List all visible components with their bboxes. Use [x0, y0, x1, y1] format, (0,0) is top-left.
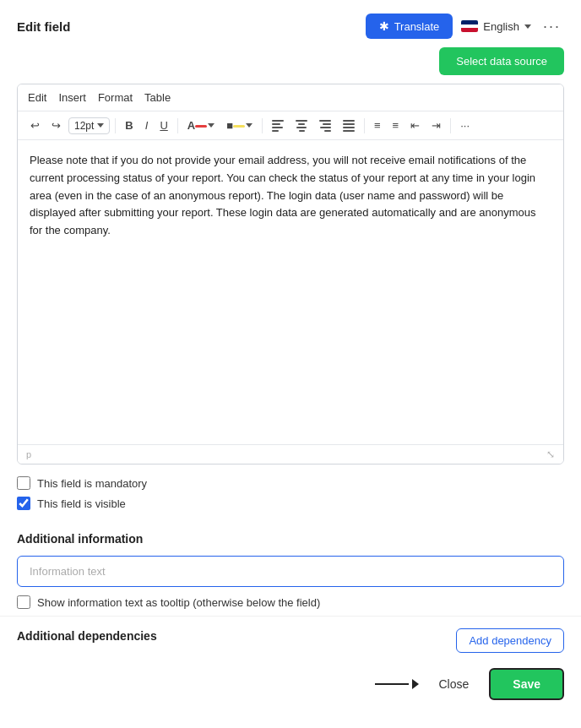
editor-footer: p ⤡	[18, 444, 563, 464]
indent-right-button[interactable]: ⇥	[427, 117, 445, 134]
tooltip-row: Show information text as tooltip (otherw…	[17, 595, 564, 609]
align-justify-button[interactable]	[339, 117, 359, 134]
bold-button[interactable]: B	[121, 117, 137, 134]
tooltip-label: Show information text as tooltip (otherw…	[37, 596, 320, 609]
mandatory-label: This field is mandatory	[37, 477, 147, 490]
translate-label: Translate	[394, 20, 440, 33]
undo-button[interactable]: ↩	[26, 117, 44, 134]
more-options-icon[interactable]: ···	[540, 16, 564, 37]
language-label: English	[483, 20, 519, 33]
mandatory-row: This field is mandatory	[17, 476, 564, 490]
font-color-button[interactable]: A	[183, 117, 219, 134]
language-selector[interactable]: English	[461, 20, 531, 33]
highlight-indicator	[233, 125, 245, 128]
chevron-down-icon	[524, 24, 531, 29]
add-dependency-button[interactable]: Add dependency	[456, 628, 564, 653]
editor-container: Edit Insert Format Table ↩ ↪ 12pt B I U …	[17, 84, 564, 465]
additional-info-title: Additional information	[17, 532, 564, 546]
visible-checkbox[interactable]	[17, 497, 30, 510]
more-toolbar-button[interactable]: ···	[456, 117, 474, 134]
additional-info-section: Additional information Show information …	[0, 522, 581, 609]
checkboxes-section: This field is mandatory This field is vi…	[0, 465, 581, 522]
align-right-button[interactable]	[315, 117, 335, 134]
ordered-list-button[interactable]: ≡	[388, 117, 404, 134]
header: Edit field ✱ Translate English ···	[0, 0, 581, 47]
mandatory-checkbox[interactable]	[17, 476, 30, 490]
visible-label: This field is visible	[37, 497, 126, 510]
underline-button[interactable]: U	[155, 117, 171, 134]
menu-insert[interactable]: Insert	[58, 91, 86, 104]
font-size-chevron-icon	[97, 123, 104, 128]
divider-5	[450, 118, 451, 133]
bullet-list-button[interactable]: ≡	[370, 117, 385, 134]
align-right-icon	[319, 120, 331, 132]
font-color-indicator	[195, 125, 207, 128]
arrow-indicator	[375, 679, 419, 689]
additional-deps-title: Additional dependencies	[17, 629, 157, 643]
additional-deps-section: Additional dependencies Add dependency	[0, 616, 581, 653]
highlight-button[interactable]: ■	[222, 117, 257, 134]
editor-text: Please note that if you do not provide y…	[30, 152, 551, 240]
arrow-line	[375, 683, 409, 685]
page-title: Edit field	[17, 19, 70, 34]
italic-button[interactable]: I	[141, 117, 153, 134]
editor-tag: p	[26, 449, 31, 459]
information-text-input[interactable]	[17, 556, 564, 587]
editor-menubar: Edit Insert Format Table	[18, 84, 563, 111]
header-actions: ✱ Translate English ···	[366, 14, 564, 39]
save-button[interactable]: Save	[489, 668, 564, 700]
font-color-chevron-icon	[208, 123, 214, 128]
editor-toolbar: ↩ ↪ 12pt B I U A ■	[18, 111, 563, 140]
close-button[interactable]: Close	[431, 671, 478, 698]
font-size-value: 12pt	[74, 120, 94, 132]
font-size-selector[interactable]: 12pt	[68, 117, 110, 134]
align-justify-icon	[343, 120, 355, 132]
data-source-row: Select data source	[0, 47, 581, 84]
divider-3	[262, 118, 263, 133]
menu-format[interactable]: Format	[98, 91, 133, 104]
align-center-button[interactable]	[291, 117, 312, 134]
redo-button[interactable]: ↪	[47, 117, 65, 134]
align-left-button[interactable]	[268, 117, 288, 134]
resize-handle[interactable]: ⤡	[546, 448, 555, 460]
page-wrapper: Edit field ✱ Translate English ··· Selec…	[0, 0, 581, 728]
indent-left-button[interactable]: ⇤	[406, 117, 424, 134]
align-left-icon	[272, 120, 284, 132]
align-center-icon	[296, 120, 307, 132]
menu-table[interactable]: Table	[144, 91, 171, 104]
highlight-chevron-icon	[246, 123, 252, 128]
divider-1	[115, 118, 116, 133]
arrow-head-icon	[412, 679, 419, 689]
translate-icon: ✱	[379, 19, 389, 33]
select-data-source-button[interactable]: Select data source	[439, 47, 564, 75]
tooltip-checkbox[interactable]	[17, 595, 30, 609]
visible-row: This field is visible	[17, 497, 564, 510]
translate-button[interactable]: ✱ Translate	[366, 14, 453, 39]
divider-2	[177, 118, 178, 133]
flag-icon	[461, 20, 478, 32]
footer-row: Close Save	[0, 653, 581, 714]
menu-edit[interactable]: Edit	[28, 91, 46, 104]
editor-content[interactable]: Please note that if you do not provide y…	[18, 140, 563, 444]
divider-4	[364, 118, 365, 133]
